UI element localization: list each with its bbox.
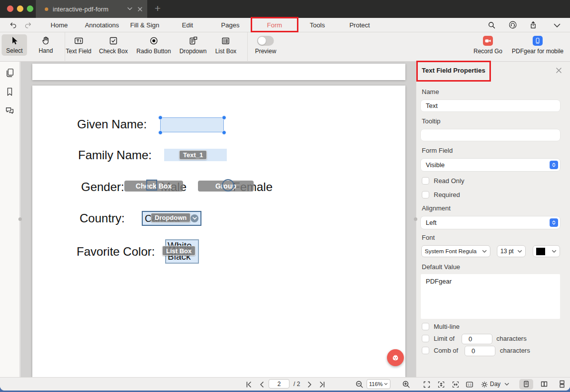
favorite-color-label: Favorite Color:: [77, 245, 155, 259]
list-box-icon: [221, 36, 231, 46]
close-window-button[interactable]: [7, 5, 13, 12]
required-label: Required: [434, 191, 460, 198]
country-label: Country:: [80, 211, 125, 225]
document-viewport[interactable]: Given Name: Family Name: Text_1 Gender: …: [20, 62, 416, 377]
search-icon[interactable]: [487, 21, 496, 29]
selection-handle[interactable]: [222, 130, 226, 135]
undo-icon[interactable]: [9, 21, 17, 29]
app-window: interactive-pdf-form + Home Annotations …: [0, 0, 570, 391]
font-family-select[interactable]: System Font Regula: [421, 245, 490, 257]
page-thumbnails-icon[interactable]: [4, 68, 15, 78]
panel-close-icon[interactable]: [556, 67, 562, 74]
day-mode-chevron-icon[interactable]: [504, 383, 509, 386]
limit-count-input[interactable]: 0: [462, 334, 492, 344]
zoom-out-icon[interactable]: [355, 380, 364, 389]
default-value-label: Default Value: [422, 263, 460, 271]
tab-close-icon[interactable]: [137, 6, 143, 12]
comb-suffix-label: characters: [500, 347, 530, 354]
tool-preview[interactable]: Preview: [255, 36, 277, 55]
select-stepper-icon: [550, 161, 558, 169]
female-radio-widget[interactable]: [222, 179, 234, 192]
selection-handle[interactable]: [222, 115, 226, 120]
tool-check-box[interactable]: Check Box: [99, 36, 128, 55]
comb-count-input[interactable]: 0: [465, 346, 495, 356]
ai-assistant-button[interactable]: [387, 349, 404, 366]
default-value-textarea[interactable]: PDFgear: [421, 274, 560, 319]
tool-label: PDFgear for mobile: [512, 48, 564, 55]
limit-suffix-label: characters: [496, 335, 527, 342]
fit-page-icon[interactable]: [423, 381, 431, 389]
dropdown-field-badge: Dropdown: [151, 213, 190, 222]
zoom-window-button[interactable]: [27, 5, 33, 12]
text-field-badge: Text_1: [179, 150, 207, 160]
menu-edit[interactable]: Edit: [182, 21, 193, 29]
tooltip-input[interactable]: [421, 129, 560, 141]
sidebar-resize-handle[interactable]: [18, 217, 22, 221]
tool-dropdown[interactable]: Dropdown: [180, 36, 207, 55]
given-name-text-field[interactable]: [160, 117, 224, 132]
page-number-input[interactable]: 2: [269, 379, 289, 389]
zoom-level-select[interactable]: 116%: [367, 379, 390, 389]
fit-width-icon[interactable]: [452, 381, 460, 389]
font-size-select[interactable]: 13 pt: [497, 245, 526, 257]
next-page-icon[interactable]: [305, 381, 313, 389]
multi-line-checkbox[interactable]: [422, 323, 429, 330]
support-icon[interactable]: [508, 20, 517, 29]
panel-resize-handle[interactable]: [414, 217, 417, 221]
menu-tools[interactable]: Tools: [310, 21, 325, 29]
last-page-icon[interactable]: [318, 381, 326, 389]
minimize-window-button[interactable]: [17, 5, 23, 12]
zoom-in-icon[interactable]: [402, 380, 410, 389]
comb-of-checkbox[interactable]: [422, 347, 429, 354]
tool-text-field[interactable]: Text Field: [66, 36, 91, 55]
menu-fill-sign[interactable]: Fill & Sign: [130, 21, 160, 29]
actual-size-icon[interactable]: 1:1: [466, 381, 474, 389]
comments-icon[interactable]: [4, 105, 15, 115]
radio-button-icon: [149, 36, 159, 46]
redo-icon[interactable]: [24, 21, 32, 29]
preview-toggle[interactable]: [257, 36, 274, 46]
tool-list-box[interactable]: List Box: [215, 36, 237, 55]
share-icon[interactable]: [529, 20, 538, 29]
tool-hand[interactable]: Hand: [39, 36, 53, 54]
new-tab-button[interactable]: +: [151, 1, 165, 16]
selection-handle[interactable]: [158, 130, 163, 135]
chevron-down-icon: [482, 250, 487, 253]
selection-handle[interactable]: [158, 115, 163, 120]
record-go-button[interactable]: Record Go: [474, 36, 502, 55]
required-checkbox[interactable]: [422, 191, 429, 198]
tool-label: Radio Button: [136, 48, 171, 55]
alignment-select[interactable]: Left: [421, 216, 560, 229]
continuous-scroll-view-icon[interactable]: [558, 380, 566, 388]
tab-menu-chevron-icon[interactable]: [127, 6, 133, 11]
text-field-icon: [74, 36, 84, 46]
font-color-select[interactable]: [533, 245, 560, 257]
font-label: Font: [422, 234, 435, 241]
tool-radio-button[interactable]: Radio Button: [136, 36, 171, 55]
name-input[interactable]: Text: [421, 100, 560, 111]
menu-annotations[interactable]: Annotations: [85, 21, 119, 29]
menu-protect[interactable]: Protect: [349, 21, 370, 29]
dropdown-chevron-icon[interactable]: [190, 214, 198, 222]
left-sidebar: [0, 62, 20, 377]
first-page-icon[interactable]: [245, 381, 253, 389]
pdfgear-mobile-button[interactable]: PDFgear for mobile: [512, 36, 564, 55]
facing-pages-view-icon[interactable]: [540, 380, 548, 388]
menu-pages[interactable]: Pages: [221, 21, 240, 29]
day-mode-label[interactable]: Day: [490, 381, 500, 388]
document-tab[interactable]: interactive-pdf-form: [36, 0, 147, 18]
menu-home[interactable]: Home: [51, 21, 68, 29]
previous-page-icon[interactable]: [258, 381, 266, 389]
fit-height-icon[interactable]: [437, 381, 445, 389]
day-mode-sun-icon[interactable]: [480, 381, 488, 389]
male-checkbox-widget[interactable]: [146, 180, 157, 191]
cursor-icon: [9, 36, 19, 45]
read-only-checkbox[interactable]: [422, 177, 429, 185]
form-field-select[interactable]: Visible: [421, 159, 560, 171]
limit-of-checkbox[interactable]: [422, 335, 429, 342]
bookmarks-icon[interactable]: [4, 87, 15, 97]
collapse-toolbar-chevron-icon[interactable]: [553, 23, 561, 28]
single-page-view-icon[interactable]: [522, 380, 530, 388]
annotation-box-panel-title: [416, 61, 491, 82]
tool-select[interactable]: Select: [1, 34, 27, 56]
